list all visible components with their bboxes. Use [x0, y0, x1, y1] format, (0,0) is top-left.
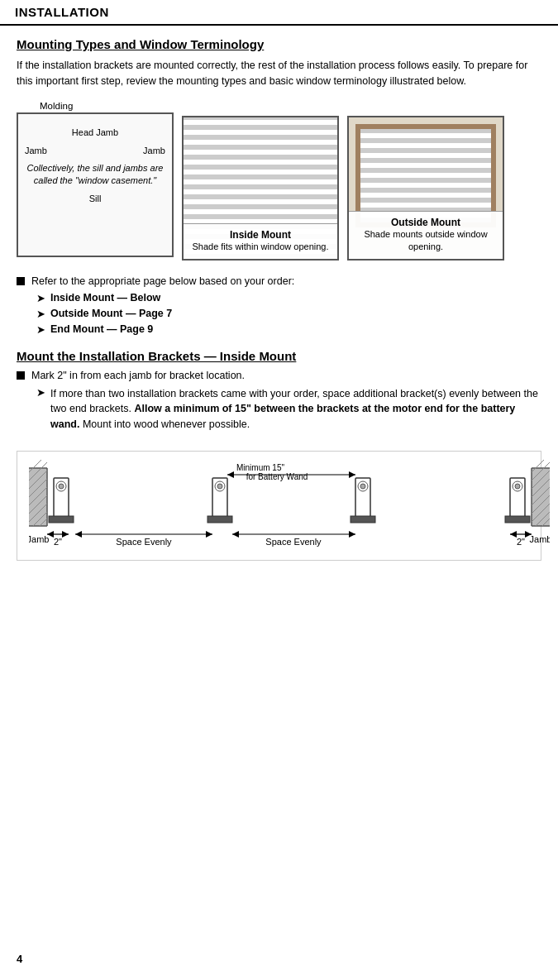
- section2-bullet-text: Mark 2" in from each jamb for bracket lo…: [31, 370, 245, 381]
- sill-label: Sill: [25, 194, 165, 203]
- outside-mount-subtitle: Shade mounts outside window opening.: [355, 228, 496, 254]
- outside-mount-label-box: Outside Mount Shade mounts outside windo…: [349, 211, 503, 259]
- two-inches-left: 2": [54, 537, 62, 547]
- svg-rect-28: [505, 516, 530, 523]
- bracket-diagram-container: Minimum 15" for Battery Wand 2" Space Ev…: [17, 451, 541, 561]
- window-diagram: Head Jamb Jamb Jamb Collectively, the si…: [17, 112, 174, 257]
- two-inches-right: 2": [517, 537, 525, 547]
- arrow-icon-1: ➤: [36, 292, 45, 304]
- svg-rect-0: [29, 468, 47, 526]
- svg-rect-16: [49, 516, 74, 523]
- arrow-inside-mount: ➤ Inside Mount — Below: [36, 292, 541, 304]
- arrow-end-mount: ➤ End Mount — Page 9: [36, 323, 541, 336]
- section-mounting-types: Mounting Types and Window Terminology If…: [17, 37, 541, 336]
- svg-point-27: [515, 484, 520, 489]
- svg-rect-24: [351, 516, 375, 523]
- svg-marker-50: [206, 531, 212, 538]
- svg-rect-29: [532, 468, 550, 526]
- section1-title: Mounting Types and Window Terminology: [17, 37, 541, 51]
- svg-marker-47: [62, 531, 69, 538]
- page-header-title: INSTALLATION: [15, 5, 109, 19]
- section2-arrow-icon: ➤: [36, 386, 45, 399]
- bullet-item-refer: Refer to the appropriate page below base…: [17, 275, 541, 287]
- casement-text: Collectively, the sill and jambs are cal…: [25, 162, 165, 188]
- bullet-section: Refer to the appropriate page below base…: [17, 275, 541, 336]
- jamb-bottom-left: Jamb: [29, 534, 49, 544]
- page-header: INSTALLATION: [0, 0, 558, 26]
- inside-mount-title: Inside Mount: [190, 229, 331, 241]
- diagrams-container: Molding Head Jamb Jamb Jamb Collectively…: [17, 101, 541, 261]
- section2-title: Mount the Installation Brackets — Inside…: [17, 349, 541, 363]
- svg-marker-44: [349, 471, 355, 478]
- molding-label: Molding: [40, 101, 73, 111]
- jamb-row: Jamb Jamb: [25, 146, 165, 155]
- section2-body: If more than two installation brackets c…: [50, 386, 541, 433]
- svg-point-15: [59, 484, 64, 489]
- svg-rect-20: [207, 516, 232, 523]
- inside-mount-label-box: Inside Mount Shade fits within window op…: [184, 223, 337, 258]
- arrow-label-2: Outside Mount — Page 7: [50, 308, 172, 319]
- svg-marker-52: [232, 531, 239, 538]
- head-jamb-label: Head Jamb: [25, 127, 165, 137]
- min-label: Minimum 15": [236, 463, 284, 472]
- section2-bullet: Mark 2" in from each jamb for bracket lo…: [17, 370, 541, 381]
- arrow-outside-mount: ➤ Outside Mount — Page 7: [36, 308, 541, 320]
- battery-wand-label: for Battery Wand: [246, 472, 308, 481]
- space-evenly-left: Space Evenly: [116, 537, 172, 547]
- jamb-bottom-right: Jamb: [530, 534, 550, 544]
- intro-text: If the installation brackets are mounted…: [17, 58, 541, 89]
- bracket-diagram-svg: Minimum 15" for Battery Wand 2" Space Ev…: [29, 460, 550, 551]
- inside-mount-diagram: Inside Mount Shade fits within window op…: [182, 116, 339, 261]
- bullet-text: Refer to the appropriate page below base…: [31, 275, 294, 287]
- inside-mount-subtitle: Shade fits within window opening.: [190, 241, 331, 253]
- svg-point-19: [217, 484, 222, 489]
- arrow-icon-2: ➤: [36, 308, 45, 320]
- bullet-square: [17, 277, 25, 285]
- space-evenly-right: Space Evenly: [265, 537, 322, 547]
- jamb-right-label: Jamb: [143, 146, 165, 155]
- svg-marker-55: [510, 531, 517, 538]
- arrow-label-1: Inside Mount — Below: [50, 292, 160, 304]
- outside-mount-title: Outside Mount: [355, 217, 496, 228]
- jamb-left-label: Jamb: [25, 146, 47, 155]
- page-number: 4: [17, 953, 22, 965]
- section2-text2: Mount into wood whenever possible.: [83, 418, 250, 430]
- section2-bullet-square: [17, 371, 25, 380]
- section-inside-mount: Mount the Installation Brackets — Inside…: [17, 349, 541, 561]
- arrow-icon-3: ➤: [36, 323, 45, 336]
- section2-arrow-item: ➤ If more than two installation brackets…: [36, 386, 541, 441]
- page-body: Mounting Types and Window Terminology If…: [0, 26, 558, 577]
- svg-marker-49: [75, 531, 82, 538]
- svg-point-23: [360, 484, 365, 489]
- outside-mount-diagram: Outside Mount Shade mounts outside windo…: [347, 116, 504, 261]
- arrow-label-3: End Mount — Page 9: [50, 323, 153, 335]
- svg-marker-53: [349, 531, 355, 538]
- svg-marker-43: [227, 471, 234, 478]
